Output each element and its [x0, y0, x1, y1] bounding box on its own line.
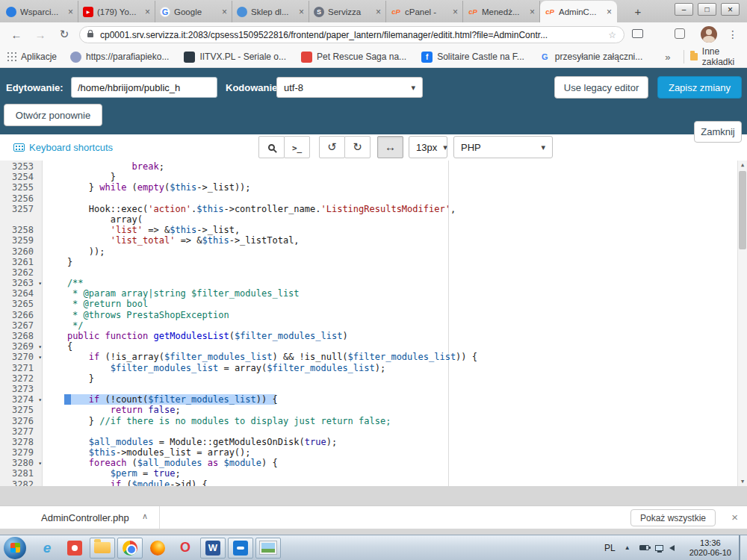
close-editor-button[interactable]: Zamknij: [694, 121, 742, 143]
code-line[interactable]: 3257 Hook::exec('action'.$this->controll…: [0, 204, 737, 214]
code-line[interactable]: array(: [0, 214, 737, 225]
media-app-taskbar-button[interactable]: [62, 538, 87, 559]
photo-viewer-taskbar-button[interactable]: [255, 538, 281, 559]
bookmark-item[interactable]: https://parafiapieko...: [70, 52, 169, 63]
tab-close-icon[interactable]: ×: [222, 7, 227, 17]
code-line[interactable]: 3281 $perm = true;: [0, 468, 737, 479]
browser-tab[interactable]: GGoogle×: [155, 1, 232, 22]
search-button[interactable]: [258, 136, 285, 158]
bookmark-item[interactable]: Gprzesyłanie załączni...: [539, 52, 642, 63]
browser-tab[interactable]: cPAdminC...×: [540, 1, 617, 22]
code-line[interactable]: 3277: [0, 426, 737, 437]
language-indicator[interactable]: PL: [604, 543, 616, 553]
code-line[interactable]: 3276 } //if there is no modules to displ…: [0, 416, 737, 426]
code-line[interactable]: 3262: [0, 267, 737, 278]
open-file-tab[interactable]: AdminController.php: [41, 512, 129, 523]
browser-tab[interactable]: Wsparci...×: [1, 1, 78, 22]
browser-tab[interactable]: Sklep dl...×: [232, 1, 309, 22]
code-line[interactable]: 3280▾ foreach ($all_modules as $module) …: [0, 458, 737, 468]
code-line[interactable]: 3261 }: [0, 257, 737, 267]
code-line[interactable]: 3270▾ if (!is_array($filter_modules_list…: [0, 352, 737, 362]
show-all-button[interactable]: Pokaż wszystkie: [630, 509, 716, 526]
code-line[interactable]: 3282 if ($module->id) {: [0, 479, 737, 486]
chrome-taskbar-button[interactable]: [117, 538, 143, 559]
bookmarks-overflow-chevron[interactable]: »: [657, 52, 678, 63]
hidden-icons-arrow[interactable]: [624, 544, 630, 551]
save-changes-button[interactable]: Zapisz zmiany: [657, 76, 742, 99]
syntax-select[interactable]: PHP: [453, 136, 553, 158]
minimize-button[interactable]: [675, 3, 693, 16]
code-line[interactable]: 3265 * @return bool: [0, 299, 737, 309]
code-line[interactable]: 3269▾ {: [0, 341, 737, 352]
reopen-button[interactable]: Otwórz ponownie: [4, 104, 102, 126]
browser-tab[interactable]: SServizza×: [309, 1, 386, 22]
keyboard-shortcuts-link[interactable]: Keyboard shortcuts: [13, 142, 113, 153]
tab-close-icon[interactable]: ×: [299, 7, 304, 17]
fold-icon[interactable]: ▾: [38, 342, 42, 352]
scroll-down-arrow[interactable]: [738, 477, 747, 486]
close-window-button[interactable]: [721, 3, 740, 16]
code-line[interactable]: 3259 'list_total' => &$this->_listTotal,: [0, 235, 737, 246]
forward-button[interactable]: [31, 25, 49, 43]
code-line[interactable]: 3272 }: [0, 373, 737, 384]
bookmark-star-icon[interactable]: [608, 30, 616, 40]
code-line[interactable]: 3267 */: [0, 320, 737, 331]
legacy-editor-button[interactable]: Use legacy editor: [554, 76, 648, 99]
fold-icon[interactable]: ▾: [38, 352, 42, 363]
undo-button[interactable]: [319, 136, 345, 158]
tab-close-icon[interactable]: ×: [376, 7, 381, 17]
new-tab-button[interactable]: +: [629, 4, 647, 19]
code-line[interactable]: 3254 }: [0, 172, 737, 182]
code-editor[interactable]: 3253 break;3254 }3255 } while (empty($th…: [0, 161, 747, 486]
chevron-up-icon[interactable]: [142, 511, 148, 521]
code-line[interactable]: 3274▾ if (!count($filter_modules_list)) …: [0, 394, 737, 405]
show-desktop-button[interactable]: [739, 535, 747, 560]
scroll-up-arrow[interactable]: [738, 161, 747, 169]
browser-menu-icon[interactable]: [726, 27, 740, 42]
browser-tab[interactable]: cPMenedż...×: [463, 1, 540, 22]
scrollbar-thumb[interactable]: [739, 171, 746, 249]
terminal-button[interactable]: [284, 136, 310, 158]
extension-icon[interactable]: [675, 28, 685, 39]
blue-app-taskbar-button[interactable]: [228, 538, 253, 559]
code-line[interactable]: 3266 * @throws PrestaShopException: [0, 310, 737, 320]
code-line[interactable]: 3268 public function getModulesList($fil…: [0, 331, 737, 341]
taskbar-clock[interactable]: 13:36 2020-06-10: [689, 538, 731, 558]
reload-button[interactable]: [55, 25, 73, 43]
bookmark-item[interactable]: fSolitaire Castle na F...: [421, 52, 524, 63]
tab-close-icon[interactable]: ×: [68, 7, 73, 17]
network-icon[interactable]: [655, 545, 663, 551]
bookmark-item[interactable]: Pet Rescue Saga na...: [301, 52, 406, 63]
tab-close-icon[interactable]: ×: [453, 7, 458, 17]
back-button[interactable]: [7, 25, 25, 43]
code-line[interactable]: 3260 ));: [0, 246, 737, 257]
code-line[interactable]: 3271 $filter_modules_list = array($filte…: [0, 363, 737, 373]
maximize-button[interactable]: [698, 3, 716, 16]
code-line[interactable]: 3263▾ /**: [0, 278, 737, 288]
fold-icon[interactable]: ▾: [38, 395, 42, 405]
opera-taskbar-button[interactable]: O: [173, 538, 198, 559]
fold-icon[interactable]: ▾: [38, 458, 42, 469]
bookmarks-apps-item[interactable]: Aplikacje: [7, 52, 57, 62]
code-line[interactable]: 3275 return false;: [0, 405, 737, 415]
code-line[interactable]: 3255 } while (empty($this->_list));: [0, 182, 737, 193]
tab-close-icon[interactable]: ×: [607, 7, 612, 17]
url-bar[interactable]: cp0001.srv.servizza.it:2083/cpsess150952…: [79, 26, 624, 43]
volume-icon[interactable]: [669, 545, 675, 551]
file-explorer-taskbar-button[interactable]: [90, 538, 115, 559]
code-line[interactable]: 3278 $all_modules = Module::getModulesOn…: [0, 437, 737, 447]
code-line[interactable]: 3253 break;: [0, 161, 737, 172]
padlock-icon[interactable]: [87, 33, 93, 37]
tab-close-icon[interactable]: ×: [145, 7, 150, 17]
editor-scrollbar[interactable]: [737, 161, 747, 486]
battery-icon[interactable]: [639, 545, 649, 550]
redo-button[interactable]: [344, 136, 371, 158]
word-taskbar-button[interactable]: W: [200, 538, 226, 559]
font-size-select[interactable]: 13px: [409, 136, 447, 158]
start-button[interactable]: [4, 537, 26, 559]
code-line[interactable]: 3273: [0, 384, 737, 394]
encoding-select[interactable]: utf-8: [276, 77, 423, 98]
other-bookmarks-button[interactable]: Inne zakładki: [690, 46, 738, 67]
word-wrap-button[interactable]: [377, 136, 403, 158]
internet-explorer-taskbar-button[interactable]: e: [34, 538, 60, 559]
